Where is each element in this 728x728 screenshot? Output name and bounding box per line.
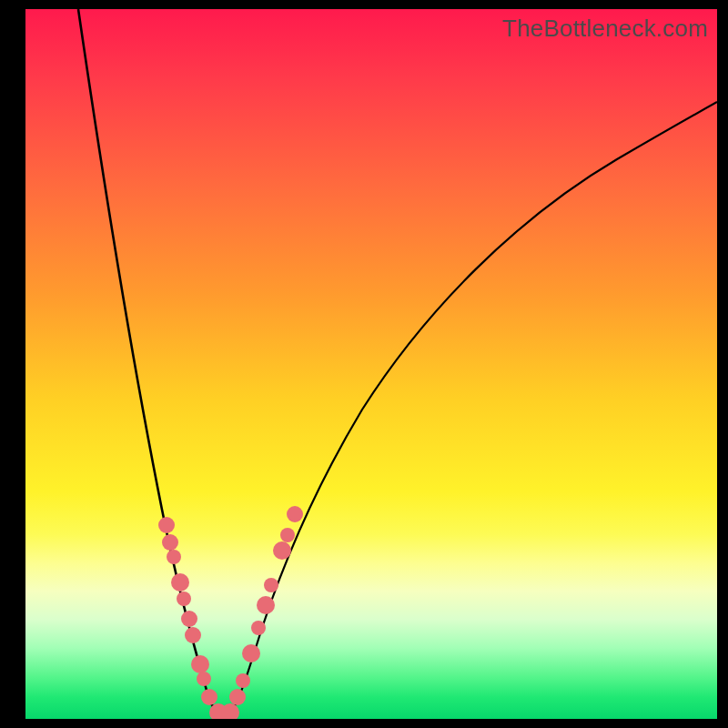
marker-dots	[158, 506, 303, 719]
dot	[191, 655, 209, 673]
plot-area: TheBottleneck.com	[25, 9, 717, 719]
curve-right-branch	[224, 102, 717, 717]
dot	[242, 644, 260, 662]
dot	[181, 611, 197, 627]
dot	[158, 517, 175, 533]
dot	[287, 506, 303, 522]
dot	[197, 672, 211, 686]
dot	[273, 541, 291, 560]
dot	[236, 673, 250, 688]
dot	[264, 578, 278, 592]
dot	[167, 550, 181, 564]
dot	[251, 621, 266, 635]
chart-frame: TheBottleneck.com	[0, 0, 728, 728]
dot	[280, 528, 295, 542]
dot	[229, 689, 246, 705]
dot	[185, 627, 201, 643]
dot	[162, 534, 178, 551]
bottleneck-curve	[25, 9, 717, 719]
dot	[177, 592, 191, 606]
dot	[201, 689, 217, 705]
dot	[171, 573, 189, 592]
dot	[257, 596, 275, 614]
curve-left-branch	[78, 9, 224, 717]
